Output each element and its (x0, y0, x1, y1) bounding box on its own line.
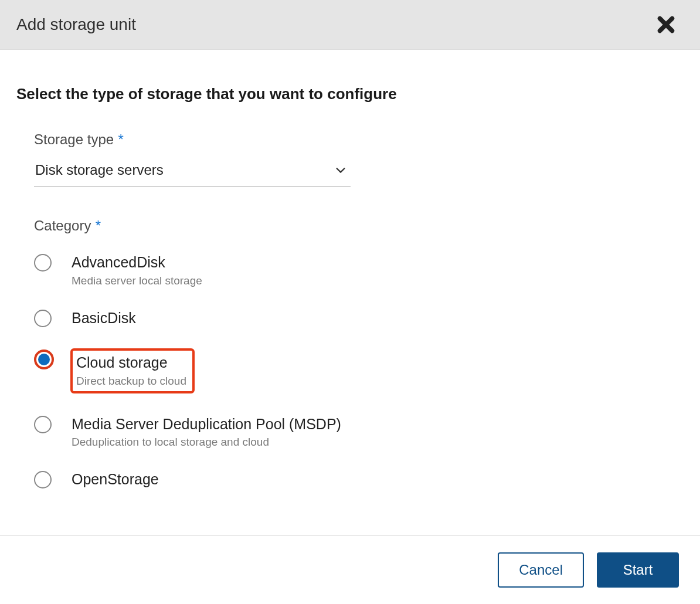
start-button[interactable]: Start (597, 552, 679, 588)
radio-description: Direct backup to cloud (76, 375, 186, 388)
dialog-footer: Cancel Start (0, 535, 700, 604)
close-icon (655, 14, 677, 35)
radio-title: AdvancedDisk (72, 253, 202, 272)
radio-title: OpenStorage (72, 470, 159, 489)
cancel-button[interactable]: Cancel (498, 552, 584, 588)
storage-type-label: Storage type (34, 131, 114, 148)
add-storage-unit-dialog: Add storage unit Select the type of stor… (0, 0, 700, 604)
dialog-header: Add storage unit (0, 0, 700, 50)
radio-button[interactable] (34, 349, 54, 369)
radio-description: Media server local storage (72, 274, 202, 287)
storage-type-group: Storage type * Disk storage servers (34, 131, 684, 187)
category-option-openstorage: OpenStorage (34, 470, 684, 489)
category-option-advanceddisk: AdvancedDisk Media server local storage (34, 253, 684, 287)
radio-labels: Media Server Deduplication Pool (MSDP) D… (72, 415, 341, 449)
category-option-basicdisk: BasicDisk (34, 308, 684, 328)
radio-labels: BasicDisk (72, 308, 136, 328)
radio-labels: AdvancedDisk Media server local storage (72, 253, 202, 287)
close-button[interactable] (655, 14, 677, 35)
radio-button[interactable] (34, 310, 52, 327)
category-label: Category (34, 218, 91, 234)
dialog-body: Select the type of storage that you want… (0, 50, 700, 535)
radio-button[interactable] (34, 254, 52, 272)
storage-type-select[interactable]: Disk storage servers (34, 160, 351, 187)
section-heading: Select the type of storage that you want… (16, 85, 684, 103)
radio-title: Media Server Deduplication Pool (MSDP) (72, 415, 341, 434)
chevron-down-icon (334, 164, 347, 177)
category-group: Category * AdvancedDisk Media server loc… (34, 218, 684, 489)
radio-title: BasicDisk (72, 308, 136, 328)
radio-button[interactable] (34, 471, 52, 488)
required-indicator: * (118, 131, 124, 147)
radio-labels: OpenStorage (72, 470, 159, 489)
category-option-cloud-storage: Cloud storage Direct backup to cloud (34, 348, 684, 393)
radio-labels-highlighted: Cloud storage Direct backup to cloud (70, 348, 195, 393)
storage-type-value: Disk storage servers (35, 162, 164, 178)
dialog-title: Add storage unit (16, 15, 136, 34)
radio-title: Cloud storage (76, 353, 186, 372)
radio-button[interactable] (34, 416, 52, 433)
category-radio-list: AdvancedDisk Media server local storage … (34, 253, 684, 489)
required-indicator: * (96, 218, 101, 233)
category-option-msdp: Media Server Deduplication Pool (MSDP) D… (34, 415, 684, 449)
radio-description: Deduplication to local storage and cloud (72, 436, 341, 449)
